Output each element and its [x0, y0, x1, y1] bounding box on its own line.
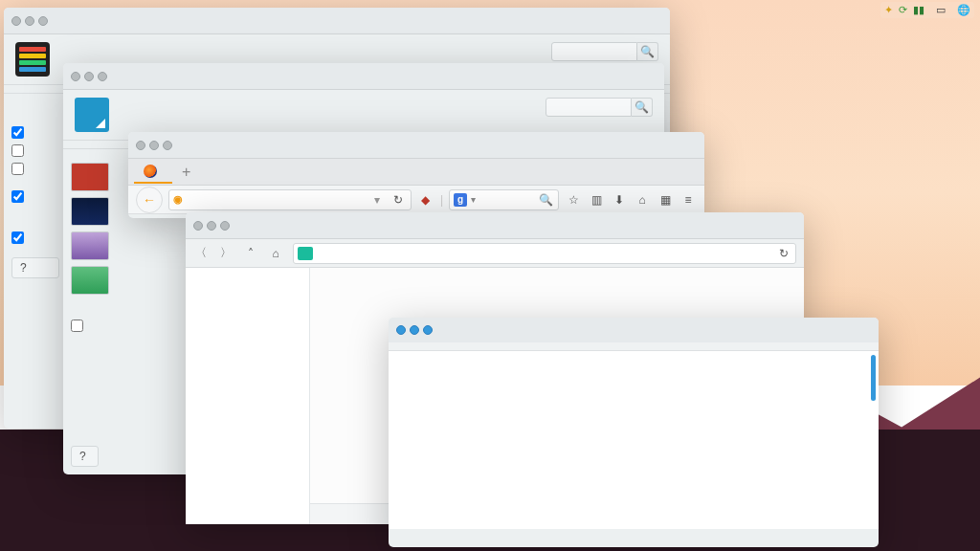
library-icon[interactable]: ▥ [588, 193, 605, 207]
min-icon[interactable] [25, 16, 34, 26]
downloads-icon[interactable]: ⬇ [611, 193, 628, 207]
change-check[interactable] [71, 320, 83, 332]
dropdown-icon[interactable]: ▾ [368, 193, 386, 207]
search-button[interactable]: 🔍 [632, 98, 653, 117]
event-check-1[interactable] [11, 190, 24, 203]
max-icon[interactable] [98, 72, 107, 81]
firefox-favicon-icon [144, 165, 157, 178]
help-button[interactable]: ? [11, 257, 59, 278]
globe-icon[interactable]: 🌐 [957, 4, 970, 16]
menu-check-2[interactable] [11, 144, 24, 157]
hamburger-menu-icon[interactable]: ≡ [679, 193, 697, 207]
nav-home-icon[interactable]: ⌂ [268, 247, 283, 260]
folder-icon [298, 247, 313, 260]
search-input[interactable] [546, 98, 632, 117]
wallpaper-thumb[interactable] [71, 231, 109, 260]
path-input[interactable] [317, 247, 772, 260]
menu-check-3[interactable] [11, 163, 24, 175]
wallpaper-thumb[interactable] [71, 266, 109, 295]
titlebar[interactable] [4, 8, 670, 34]
site-identity[interactable]: ◉ [173, 193, 186, 206]
max-icon[interactable] [220, 221, 230, 231]
nav-up-icon[interactable]: ˄ [243, 247, 258, 260]
min-icon[interactable] [207, 221, 216, 231]
search-bar: g ▾ 🔍 [449, 189, 559, 210]
search-input[interactable] [479, 193, 533, 207]
reload-icon[interactable]: ↻ [776, 247, 791, 260]
close-icon[interactable] [71, 72, 80, 81]
mousepad-window [389, 318, 879, 547]
wallpaper-thumb[interactable] [71, 163, 109, 191]
text-editor[interactable] [389, 351, 879, 529]
line-gutter [389, 351, 400, 529]
search-box: 🔍 [551, 42, 658, 61]
nav-forward-icon[interactable]: 〉 [218, 245, 234, 261]
search-input[interactable] [551, 42, 637, 61]
min-icon[interactable] [149, 141, 159, 150]
places-sidebar [186, 268, 310, 524]
desktop-icon [75, 98, 109, 132]
bookmark-star-icon[interactable]: ☆ [565, 193, 582, 207]
max-icon[interactable] [423, 325, 433, 335]
search-button[interactable]: 🔍 [637, 42, 658, 61]
firefox-window: + ← ◉ ▾ ↻ ◆ | g ▾ 🔍 ☆ ▥ ⬇ ⌂ ▦ ≡ [128, 132, 704, 218]
sync-icon[interactable]: ⟳ [899, 4, 907, 16]
code-content[interactable] [400, 351, 879, 529]
chat-icon[interactable]: ▭ [936, 4, 946, 16]
min-icon[interactable] [410, 325, 419, 335]
menu-check-1[interactable] [11, 126, 24, 139]
places-heading [186, 276, 309, 283]
search-go-icon[interactable]: 🔍 [537, 193, 554, 207]
nav-back-icon[interactable]: 〈 [193, 245, 209, 261]
event-check-2[interactable] [11, 231, 24, 244]
close-icon[interactable] [11, 16, 21, 26]
wallpaper-thumb[interactable] [71, 197, 109, 226]
battery-icon[interactable]: ▮▮ [913, 4, 924, 16]
new-tab-button[interactable]: + [178, 164, 194, 181]
titlebar[interactable] [63, 63, 664, 90]
max-icon[interactable] [38, 16, 48, 26]
sidebar-icon[interactable]: ▦ [657, 193, 674, 207]
menubar [389, 342, 879, 351]
url-input[interactable] [189, 193, 365, 207]
appearance-icon [15, 42, 50, 77]
close-icon[interactable] [396, 325, 406, 335]
help-button[interactable]: ? [71, 446, 99, 467]
network-heading [186, 283, 309, 291]
back-button[interactable]: ← [136, 187, 163, 213]
max-icon[interactable] [163, 141, 172, 150]
top-panel: ✦ ⟳ ▮▮ ▭ 🌐 [880, 2, 974, 18]
close-icon[interactable] [136, 141, 145, 150]
browser-tab[interactable] [134, 161, 172, 184]
abp-icon[interactable]: ◆ [417, 193, 434, 207]
close-icon[interactable] [193, 221, 203, 231]
min-icon[interactable] [84, 72, 94, 81]
compass-icon[interactable]: ✦ [884, 4, 893, 16]
reload-button[interactable]: ↻ [390, 193, 407, 207]
scrollbar-thumb[interactable] [871, 355, 876, 401]
address-bar: ◉ ▾ ↻ [168, 189, 412, 210]
google-badge-icon[interactable]: g [454, 193, 467, 207]
home-button[interactable]: ⌂ [634, 193, 651, 207]
